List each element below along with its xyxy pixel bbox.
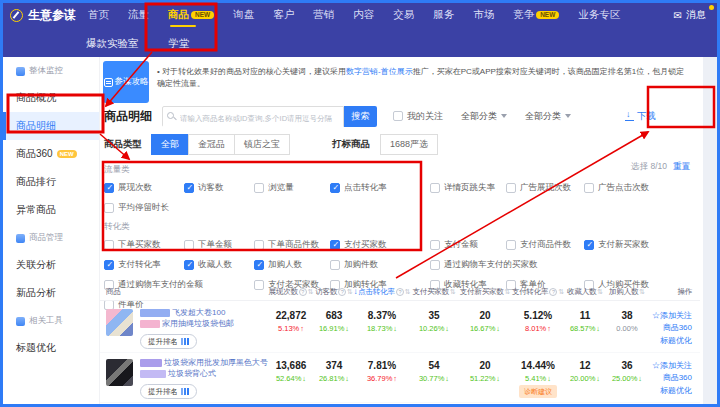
- tag-option-button[interactable]: 1688严选: [380, 134, 438, 155]
- column-header-支付转化率[interactable]: 支付转化率?⇅: [512, 287, 564, 297]
- column-header-收藏人数[interactable]: 收藏人数⇅: [564, 287, 606, 297]
- checkbox-icon[interactable]: [254, 183, 264, 193]
- nav-item-business-zone[interactable]: 业务专区: [578, 0, 620, 30]
- product-title-line2[interactable]: 垃圾袋背心式: [140, 369, 268, 380]
- nav-item-competition[interactable]: 竞争NEW: [513, 0, 559, 30]
- sort-icon[interactable]: ⇅: [639, 288, 645, 296]
- metric-checkbox-下单金额[interactable]: 下单金额: [184, 239, 254, 251]
- help-icon[interactable]: ?: [396, 288, 404, 296]
- metric-checkbox-广告展现次数[interactable]: 广告展现次数: [506, 182, 584, 194]
- metric-checkbox-加购件数[interactable]: 加购件数: [330, 259, 430, 271]
- checkbox-icon[interactable]: [254, 240, 264, 250]
- sidebar-item-association-analysis[interactable]: 关联分析: [3, 251, 99, 279]
- sort-icon[interactable]: ⇅: [347, 288, 353, 296]
- category-select-2[interactable]: 全部分类: [525, 110, 571, 123]
- category-select-1[interactable]: 全部分类: [461, 110, 507, 123]
- checkbox-icon[interactable]: [104, 260, 114, 270]
- checkbox-icon[interactable]: [254, 260, 264, 270]
- checkbox-icon[interactable]: [184, 240, 194, 250]
- checkbox-icon[interactable]: [184, 183, 194, 193]
- product-title-line2[interactable]: 家用抽绳垃圾袋包邮: [140, 319, 268, 330]
- nav-item-traffic[interactable]: 流量: [128, 0, 149, 30]
- metric-checkbox-点击转化率[interactable]: 点击转化率: [330, 182, 430, 194]
- checkbox-icon[interactable]: [104, 240, 114, 250]
- sidebar-group-related-tools[interactable]: 相关工具: [3, 307, 99, 334]
- sort-icon[interactable]: ⇅: [450, 288, 456, 296]
- metric-checkbox-支付新买家数[interactable]: 支付新买家数: [584, 239, 649, 251]
- checkbox-icon[interactable]: [330, 240, 340, 250]
- strategy-tag[interactable]: 参谋攻略: [103, 61, 149, 103]
- help-icon[interactable]: ?: [338, 288, 346, 296]
- checkbox-icon[interactable]: [506, 183, 516, 193]
- product-thumbnail[interactable]: [106, 309, 133, 336]
- sidebar-item-title-optimization[interactable]: 标题优化: [3, 334, 99, 362]
- subnav-item-academy[interactable]: 学堂: [169, 37, 190, 51]
- action-标题优化[interactable]: 标题优化: [660, 385, 692, 397]
- nav-item-market[interactable]: 市场: [473, 0, 494, 30]
- my-focus-checkbox[interactable]: [393, 111, 403, 121]
- checkbox-icon[interactable]: [584, 183, 594, 193]
- reset-button[interactable]: 重置: [673, 161, 690, 173]
- message-entry[interactable]: ✉ 消息: [674, 8, 706, 22]
- column-header-支付买家数[interactable]: 支付买家数⇅: [410, 287, 458, 297]
- product-title-line1[interactable]: 垃圾袋家用批发加厚黑色大号厨房: [140, 358, 268, 369]
- subnav-item-hot-item-lab[interactable]: 爆款实验室: [86, 37, 139, 51]
- metric-checkbox-支付转化率[interactable]: 支付转化率: [104, 259, 184, 271]
- sort-icon[interactable]: ⇅: [505, 288, 511, 296]
- type-option-全部[interactable]: 全部: [151, 134, 189, 155]
- checkbox-icon[interactable]: [506, 240, 516, 250]
- nav-item-content[interactable]: 内容: [353, 0, 374, 30]
- banner-link[interactable]: 数字营销-首位展示: [346, 67, 413, 76]
- sidebar-item-abnormal-products[interactable]: 异常商品: [3, 196, 99, 224]
- action-商品360[interactable]: 商品360: [663, 322, 692, 334]
- nav-item-customer[interactable]: 客户: [273, 0, 294, 30]
- checkbox-icon[interactable]: [430, 240, 440, 250]
- checkbox-icon[interactable]: [430, 260, 440, 270]
- product-title-line1[interactable]: 飞发超大卷100: [140, 308, 268, 319]
- action-标题优化[interactable]: 标题优化: [660, 335, 692, 347]
- metric-checkbox-支付金额[interactable]: 支付金额: [430, 239, 506, 251]
- checkbox-icon[interactable]: [104, 203, 114, 213]
- column-header-点击转化率[interactable]: ↓点击转化率?⇅: [354, 287, 410, 297]
- checkbox-icon[interactable]: [584, 240, 594, 250]
- type-option-金冠品[interactable]: 金冠品: [188, 134, 235, 155]
- metric-checkbox-广告点击次数[interactable]: 广告点击次数: [584, 182, 649, 194]
- my-focus-filter[interactable]: 我的关注: [393, 110, 443, 123]
- sidebar-item-product-overview[interactable]: 商品概况: [3, 84, 99, 112]
- checkbox-icon[interactable]: [184, 260, 194, 270]
- rank-boost-button[interactable]: 提升排名: [140, 384, 197, 399]
- search-button[interactable]: 搜索: [344, 106, 377, 127]
- sort-icon[interactable]: ⇅: [308, 288, 314, 296]
- sidebar-item-product-360[interactable]: 商品360NEW: [3, 140, 99, 168]
- sidebar-group-product-management[interactable]: 商品管理: [3, 224, 99, 251]
- action-添加关注[interactable]: ☆添加关注: [652, 310, 692, 322]
- metric-checkbox-通过购物车支付的买家数[interactable]: 通过购物车支付的买家数: [430, 259, 649, 271]
- metric-checkbox-平均停留时长[interactable]: 平均停留时长: [104, 202, 184, 214]
- action-添加关注[interactable]: ☆添加关注: [652, 360, 692, 372]
- sidebar-item-product-detail[interactable]: 商品明细: [3, 112, 99, 140]
- sidebar-item-new-product-analysis[interactable]: 新品分析: [3, 279, 99, 307]
- metric-checkbox-下单商品件数[interactable]: 下单商品件数: [254, 239, 330, 251]
- nav-item-home[interactable]: 首页: [88, 0, 109, 30]
- metric-checkbox-展现次数[interactable]: 展现次数: [104, 182, 184, 194]
- checkbox-icon[interactable]: [330, 183, 340, 193]
- metric-checkbox-支付商品件数[interactable]: 支付商品件数: [506, 239, 584, 251]
- nav-item-marketing[interactable]: 营销: [313, 0, 334, 30]
- nav-item-product[interactable]: 商品NEW: [168, 0, 214, 30]
- rank-boost-button[interactable]: 提升排名: [140, 334, 197, 349]
- sidebar-group-overall-monitoring[interactable]: 整体监控: [3, 57, 99, 84]
- help-icon[interactable]: ?: [549, 288, 557, 296]
- checkbox-icon[interactable]: [430, 183, 440, 193]
- metric-checkbox-收藏人数[interactable]: 收藏人数: [184, 259, 254, 271]
- metric-checkbox-支付买家数[interactable]: 支付买家数: [330, 239, 430, 251]
- nav-item-inquiry[interactable]: 询盘: [233, 0, 254, 30]
- sort-icon[interactable]: ⇅: [597, 288, 603, 296]
- metric-checkbox-加购人数[interactable]: 加购人数: [254, 259, 330, 271]
- app-logo[interactable]: 生意参谋: [10, 7, 88, 24]
- column-header-访客数[interactable]: 访客数?⇅: [314, 287, 354, 297]
- checkbox-icon[interactable]: [104, 183, 114, 193]
- action-商品360[interactable]: 商品360: [663, 372, 692, 384]
- metric-checkbox-浏览量[interactable]: 浏览量: [254, 182, 330, 194]
- product-thumbnail[interactable]: [106, 359, 133, 386]
- checkbox-icon[interactable]: [330, 260, 340, 270]
